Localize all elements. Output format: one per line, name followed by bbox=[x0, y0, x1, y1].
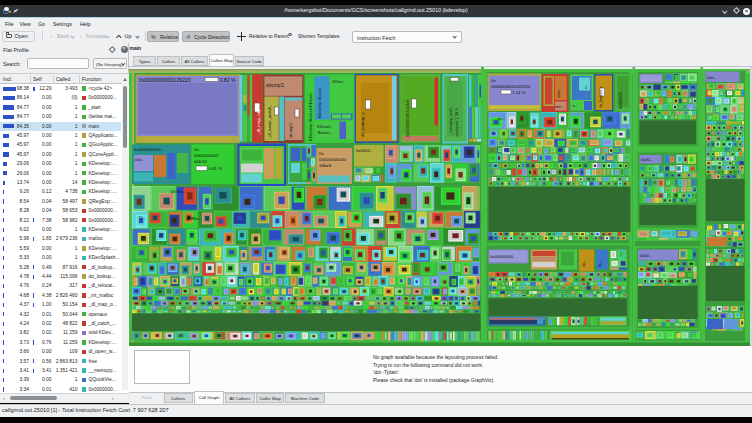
svg-text:bc...: bc... bbox=[598, 259, 602, 266]
svg-text:0x0000000000129220: 0x0000000000129220 bbox=[139, 76, 191, 82]
svg-text:0x000000000...: 0x000000000... bbox=[134, 146, 164, 151]
svg-text:00000000040: 00000000040 bbox=[319, 157, 346, 162]
svg-text:0x00...: 0x00... bbox=[641, 157, 653, 162]
svg-text:strcmp'2: strcmp'2 bbox=[266, 83, 284, 88]
svg-text:_dl_name_match_: _dl_name_match_ bbox=[267, 103, 272, 139]
svg-text:stron...: stron... bbox=[557, 86, 561, 98]
svg-text:x...: x... bbox=[573, 104, 578, 108]
svg-text:0x0000...: 0x0000... bbox=[356, 148, 373, 153]
svg-text:0000000002: 0000000002 bbox=[194, 153, 219, 158]
svg-text:unaligned 1.39 %: unaligned 1.39 % bbox=[455, 107, 459, 137]
svg-text:_dl_map_object: _dl_map_object bbox=[256, 103, 261, 136]
svg-text:0.61 %: 0.61 % bbox=[209, 166, 223, 171]
svg-text:0x0...: 0x0... bbox=[707, 74, 717, 79]
svg-text:34be8: 34be8 bbox=[319, 163, 332, 168]
svg-text:KDevel...: KDevel... bbox=[317, 123, 333, 128]
svg-text:x...: x... bbox=[584, 83, 588, 88]
svg-text:d1b'10: d1b'10 bbox=[194, 159, 208, 164]
svg-text:0x00000000031b4e0: 0x00000000031b4e0 bbox=[405, 98, 410, 136]
svg-text:__memcpy_sse2_: __memcpy_sse2_ bbox=[449, 105, 453, 138]
svg-text:0x: 0x bbox=[194, 147, 199, 152]
svg-text::Bucke...: :Bucke... bbox=[317, 129, 333, 134]
svg-text:...m...: ...m... bbox=[495, 116, 505, 121]
svg-text:strcmp'2: strcmp'2 bbox=[288, 121, 293, 137]
svg-text:0x00000000...: 0x00000000... bbox=[490, 253, 517, 258]
svg-text:0x00...: 0x00... bbox=[640, 252, 652, 257]
svg-text:0x0...: 0x0... bbox=[135, 157, 145, 162]
svg-text:0000000000129220: 0000000000129220 bbox=[491, 83, 531, 88]
svg-text:0x: 0x bbox=[319, 151, 324, 156]
svg-text:KDevelop::Bucket: KDevelop::Bucket bbox=[318, 86, 322, 117]
svg-text:0x...: 0x... bbox=[189, 215, 197, 220]
svg-text:do_lookup_x: do_lookup_x bbox=[360, 111, 365, 137]
svg-text:strc...: strc... bbox=[555, 104, 564, 108]
svg-text:do...: do... bbox=[582, 259, 586, 266]
svg-text:QIODe...: QIODe... bbox=[170, 189, 187, 194]
svg-text:1.14 %: 1.14 % bbox=[512, 89, 526, 94]
svg-text:0x000000...: 0x000000... bbox=[619, 89, 623, 109]
svg-text:do_lookup_x: do_lookup_x bbox=[599, 86, 603, 108]
svg-text:KDev...: KDev... bbox=[333, 78, 346, 83]
svg-text:Q...: Q... bbox=[139, 215, 145, 220]
svg-text:KDevelop::Bucket<KDevel..: KDevelop::Bucket<KDevel.. bbox=[308, 91, 313, 140]
svg-text:0x: 0x bbox=[491, 77, 496, 82]
svg-text:3.82 %: 3.82 % bbox=[220, 76, 237, 82]
